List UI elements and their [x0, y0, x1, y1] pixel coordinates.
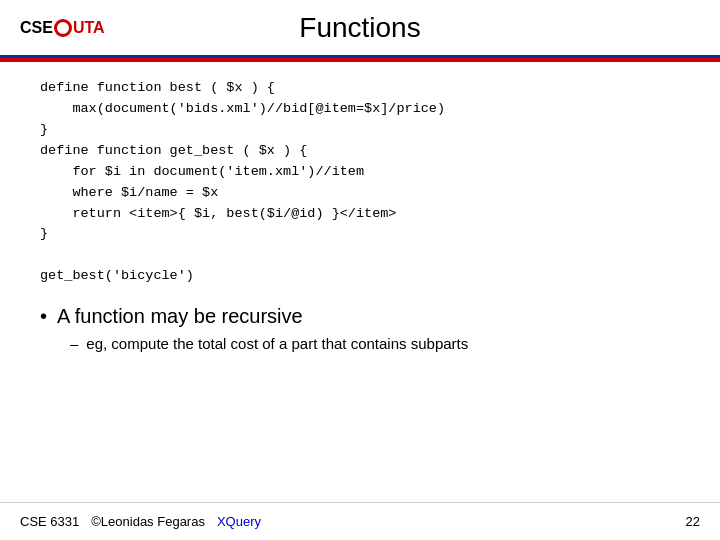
- footer-copyright: ©Leonidas Fegaras: [91, 514, 205, 529]
- bullet-text: A function may be recursive: [57, 303, 303, 329]
- dash-text: eg, compute the total cost of a part tha…: [86, 335, 468, 352]
- header: CSEUTA Functions: [0, 0, 720, 58]
- bullet-point: • A function may be recursive: [40, 303, 680, 329]
- dash-symbol: –: [70, 335, 78, 352]
- dash-point: – eg, compute the total cost of a part t…: [70, 335, 680, 352]
- code-block: define function best ( $x ) { max(docume…: [40, 78, 690, 287]
- footer: CSE 6331 ©Leonidas Fegaras XQuery 22: [0, 502, 720, 540]
- bullet-symbol: •: [40, 303, 47, 329]
- bullet-section: • A function may be recursive – eg, comp…: [40, 303, 680, 352]
- page-title: Functions: [299, 12, 420, 44]
- logo-circle-icon: [54, 19, 72, 37]
- logo-uta: UTA: [73, 19, 105, 37]
- footer-course: CSE 6331: [20, 514, 79, 529]
- footer-xquery-link[interactable]: XQuery: [217, 514, 261, 529]
- main-content: define function best ( $x ) { max(docume…: [0, 62, 720, 370]
- logo-cse: CSE: [20, 19, 53, 37]
- logo: CSEUTA: [20, 19, 105, 37]
- footer-page-number: 22: [686, 514, 700, 529]
- footer-left: CSE 6331 ©Leonidas Fegaras XQuery: [20, 514, 261, 529]
